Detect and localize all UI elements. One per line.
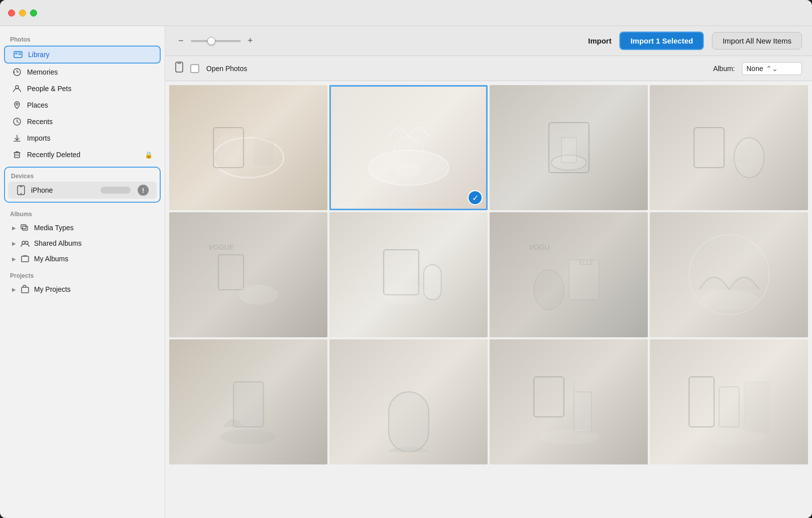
svg-point-55 [539,429,599,444]
sidebar-item-places[interactable]: Places [4,97,161,113]
album-select-arrows-icon: ⌃⌄ [766,65,778,73]
memories-icon [12,67,22,77]
chevron-right-icon-3: ▶ [12,256,16,262]
svg-point-60 [694,429,764,444]
album-select-value: None [746,65,763,73]
svg-rect-11 [15,153,20,158]
maximize-button[interactable] [30,10,37,17]
sidebar-item-my-projects[interactable]: ▶ My Projects [4,282,161,297]
svg-point-5 [14,72,15,73]
media-types-icon [20,223,30,233]
sidebar-item-label-library: Library [28,51,152,59]
svg-rect-51 [388,392,429,452]
open-photos-checkbox[interactable] [190,64,199,73]
photo-item[interactable]: VOGU ELLE [490,212,648,337]
svg-point-50 [221,429,276,444]
svg-rect-57 [689,377,714,427]
photo-item[interactable] [650,85,808,210]
photo-item[interactable] [650,212,808,337]
close-button[interactable] [8,10,15,17]
photo-3-decor [490,85,648,210]
sidebar-item-media-types[interactable]: ▶ Media Types [4,220,161,235]
sidebar-item-recently-deleted[interactable]: Recently Deleted 🔒 [4,147,161,163]
svg-point-7 [16,86,19,89]
svg-point-45 [534,270,564,310]
photo-8-decor [650,212,808,337]
svg-rect-49 [233,382,263,427]
sidebar-item-label-my-albums: My Albums [34,255,68,263]
sidebar-section-photos: Photos Library [0,32,165,163]
sidebar-item-iphone[interactable]: iPhone ! [8,182,157,199]
sidebar-item-label-places: Places [27,101,153,109]
photo-item[interactable]: VOGUE [169,212,327,337]
zoom-slider[interactable] [191,40,241,42]
photo-item[interactable] [329,339,488,464]
photo-item[interactable] [650,339,808,464]
photo-10-decor [329,339,488,464]
photo-4-decor [650,85,808,210]
chevron-right-icon: ▶ [12,225,16,231]
library-icon [13,50,23,60]
zoom-controls: − + [175,35,256,47]
svg-rect-54 [574,392,591,432]
zoom-out-button[interactable]: − [175,35,187,47]
sidebar-item-label-recents: Recents [27,118,153,126]
album-select[interactable]: None ⌃⌄ [742,62,802,75]
photo-item[interactable] [169,339,327,464]
sidebar-section-title-devices: Devices [5,170,160,181]
svg-point-27 [216,133,241,163]
photo-item[interactable] [490,85,648,210]
title-bar [0,0,812,26]
svg-rect-31 [396,163,421,178]
sidebar-section-title-projects: Projects [0,268,165,281]
photo-item[interactable] [169,85,327,210]
svg-rect-22 [22,287,29,293]
people-icon [12,84,22,94]
svg-point-52 [388,447,429,452]
main-toolbar: − + Import Import 1 Selected Import All … [165,26,812,56]
sidebar-item-recents[interactable]: Recents [4,114,161,130]
photo-item-selected[interactable]: ✓ [329,85,488,210]
sidebar-section-title-albums: Albums [0,207,165,220]
sidebar-item-shared-albums[interactable]: ▶ Shared Albums [4,236,161,251]
sidebar-item-label-memories: Memories [27,68,153,76]
sub-toolbar: Open Photos Album: None ⌃⌄ [165,56,812,81]
photo-11-decor [490,339,648,464]
content-area: − + Import Import 1 Selected Import All … [165,26,812,518]
import-label: Import [588,37,612,45]
svg-rect-53 [534,377,564,417]
sidebar-item-label-shared-albums: Shared Albums [34,239,82,247]
sidebar-item-label-my-projects: My Projects [34,285,71,293]
photo-1-decor [169,85,327,210]
album-label: Album: [713,65,735,73]
svg-rect-38 [218,255,243,290]
minimize-button[interactable] [19,10,26,17]
traffic-lights [8,10,37,17]
open-photos-label: Open Photos [206,65,247,73]
svg-point-16 [21,193,22,194]
sidebar-item-library[interactable]: Library [4,46,161,64]
svg-point-19 [22,241,25,244]
svg-point-20 [25,241,28,244]
trash-icon [12,150,22,160]
svg-rect-18 [23,226,28,230]
sidebar-item-label-recently-deleted: Recently Deleted [27,151,140,159]
my-albums-icon [20,254,30,264]
zoom-in-button[interactable]: + [245,35,256,47]
recents-icon [12,117,22,127]
sidebar-item-my-albums[interactable]: ▶ My Albums [4,251,161,266]
sidebar-item-imports[interactable]: Imports [4,130,161,146]
svg-point-48 [699,290,759,310]
sidebar-section-title-photos: Photos [0,32,165,45]
photo-12-decor [650,339,808,464]
svg-rect-1 [15,53,18,55]
photo-item[interactable] [490,339,648,464]
imports-icon [12,133,22,143]
sidebar-item-memories[interactable]: Memories [4,64,161,80]
photo-item[interactable] [329,212,488,337]
sidebar-item-people-pets[interactable]: People & Pets [4,81,161,97]
sidebar-item-label-media-types: Media Types [34,224,74,232]
import-selected-button[interactable]: Import 1 Selected [619,32,704,50]
places-icon [12,100,22,110]
import-all-button[interactable]: Import All New Items [712,32,802,50]
